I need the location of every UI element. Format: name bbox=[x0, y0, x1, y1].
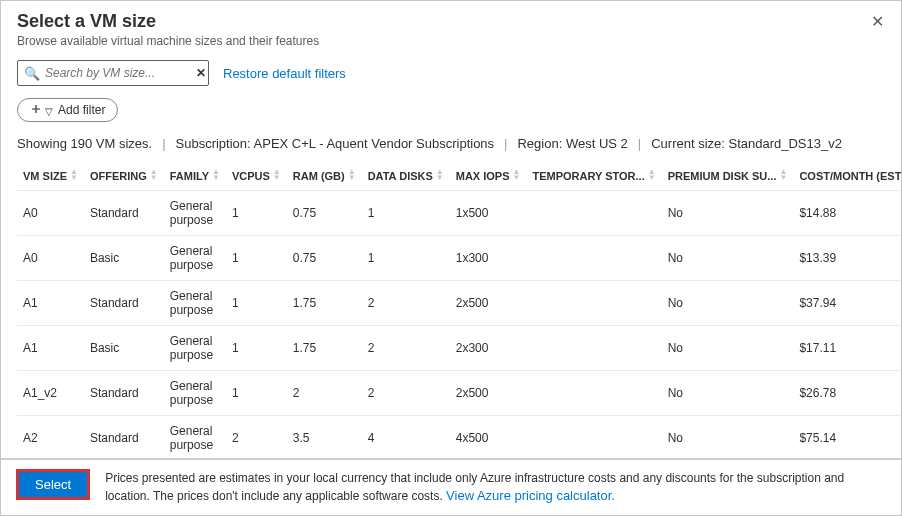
sort-icon: ▲▼ bbox=[513, 169, 521, 181]
cell-maxiops: 2x300 bbox=[450, 326, 527, 371]
region-info: Region: West US 2 bbox=[517, 136, 627, 151]
table-row[interactable]: A0BasicGeneral purpose10.7511x300No$13.3… bbox=[17, 236, 901, 281]
filter-row: ▽ Add filter bbox=[1, 90, 901, 130]
cell-offering: Standard bbox=[84, 416, 164, 461]
cell-datadisks: 4 bbox=[362, 416, 450, 461]
col-header-vcpus[interactable]: VCPUS▲▼ bbox=[226, 161, 287, 191]
footer: Select Prices presented are estimates in… bbox=[1, 458, 901, 515]
col-header-ram[interactable]: RAM (GB)▲▼ bbox=[287, 161, 362, 191]
cell-ram: 2 bbox=[287, 371, 362, 416]
cell-premium: No bbox=[662, 371, 794, 416]
table-container[interactable]: VM SIZE▲▼ OFFERING▲▼ FAMILY▲▼ VCPUS▲▼ RA… bbox=[1, 161, 901, 469]
pricing-calculator-link[interactable]: View Azure pricing calculator. bbox=[446, 488, 615, 503]
sort-icon: ▲▼ bbox=[212, 169, 220, 181]
cell-offering: Standard bbox=[84, 371, 164, 416]
cell-maxiops: 1x500 bbox=[450, 191, 527, 236]
cell-datadisks: 1 bbox=[362, 191, 450, 236]
cell-vmsize: A1 bbox=[17, 281, 84, 326]
select-button[interactable]: Select bbox=[17, 470, 89, 499]
cell-premium: No bbox=[662, 281, 794, 326]
separator: | bbox=[162, 136, 165, 151]
current-size-info: Current size: Standard_DS13_v2 bbox=[651, 136, 842, 151]
cell-datadisks: 2 bbox=[362, 326, 450, 371]
cell-maxiops: 1x300 bbox=[450, 236, 527, 281]
controls-row: 🔍 ✕ Restore default filters bbox=[1, 54, 901, 90]
add-filter-label: Add filter bbox=[58, 103, 105, 117]
col-header-vmsize[interactable]: VM SIZE▲▼ bbox=[17, 161, 84, 191]
cell-vcpus: 1 bbox=[226, 281, 287, 326]
cell-cost: $37.94 bbox=[793, 281, 901, 326]
cell-tempstor bbox=[526, 281, 661, 326]
close-icon: ✕ bbox=[871, 12, 884, 31]
cell-tempstor bbox=[526, 416, 661, 461]
cell-vmsize: A1_v2 bbox=[17, 371, 84, 416]
cell-family: General purpose bbox=[164, 236, 226, 281]
cell-tempstor bbox=[526, 191, 661, 236]
cell-vcpus: 1 bbox=[226, 191, 287, 236]
cell-offering: Basic bbox=[84, 236, 164, 281]
table-row[interactable]: A2StandardGeneral purpose23.544x500No$75… bbox=[17, 416, 901, 461]
sort-icon: ▲▼ bbox=[150, 169, 158, 181]
page-title: Select a VM size bbox=[17, 11, 885, 32]
sort-icon: ▲▼ bbox=[779, 169, 787, 181]
search-input[interactable] bbox=[45, 66, 196, 80]
col-header-cost[interactable]: COST/MONTH (ESTI...▲▼ bbox=[793, 161, 901, 191]
sort-icon: ▲▼ bbox=[273, 169, 281, 181]
cell-ram: 1.75 bbox=[287, 281, 362, 326]
col-header-premium[interactable]: PREMIUM DISK SU...▲▼ bbox=[662, 161, 794, 191]
cell-datadisks: 2 bbox=[362, 281, 450, 326]
cell-cost: $26.78 bbox=[793, 371, 901, 416]
cell-family: General purpose bbox=[164, 416, 226, 461]
table-header-row: VM SIZE▲▼ OFFERING▲▼ FAMILY▲▼ VCPUS▲▼ RA… bbox=[17, 161, 901, 191]
panel-header: Select a VM size Browse available virtua… bbox=[1, 1, 901, 54]
search-icon: 🔍 bbox=[24, 66, 40, 81]
cell-family: General purpose bbox=[164, 326, 226, 371]
vm-count: Showing 190 VM sizes. bbox=[17, 136, 152, 151]
cell-ram: 1.75 bbox=[287, 326, 362, 371]
cell-cost: $75.14 bbox=[793, 416, 901, 461]
cell-family: General purpose bbox=[164, 281, 226, 326]
cell-tempstor bbox=[526, 371, 661, 416]
table-row[interactable]: A1_v2StandardGeneral purpose1222x500No$2… bbox=[17, 371, 901, 416]
sort-icon: ▲▼ bbox=[348, 169, 356, 181]
cell-vmsize: A0 bbox=[17, 236, 84, 281]
separator: | bbox=[638, 136, 641, 151]
cell-ram: 0.75 bbox=[287, 191, 362, 236]
cell-offering: Standard bbox=[84, 281, 164, 326]
col-header-tempstor[interactable]: TEMPORARY STOR...▲▼ bbox=[526, 161, 661, 191]
cell-premium: No bbox=[662, 326, 794, 371]
col-header-family[interactable]: FAMILY▲▼ bbox=[164, 161, 226, 191]
cell-maxiops: 2x500 bbox=[450, 281, 527, 326]
cell-premium: No bbox=[662, 191, 794, 236]
close-button[interactable]: ✕ bbox=[867, 11, 887, 31]
cell-maxiops: 2x500 bbox=[450, 371, 527, 416]
restore-filters-link[interactable]: Restore default filters bbox=[223, 66, 346, 81]
cell-ram: 3.5 bbox=[287, 416, 362, 461]
table-row[interactable]: A0StandardGeneral purpose10.7511x500No$1… bbox=[17, 191, 901, 236]
info-row: Showing 190 VM sizes. | Subscription: AP… bbox=[1, 130, 901, 161]
clear-icon[interactable]: ✕ bbox=[196, 66, 206, 80]
cell-cost: $13.39 bbox=[793, 236, 901, 281]
col-header-datadisks[interactable]: DATA DISKS▲▼ bbox=[362, 161, 450, 191]
table-row[interactable]: A1BasicGeneral purpose11.7522x300No$17.1… bbox=[17, 326, 901, 371]
add-filter-button[interactable]: ▽ Add filter bbox=[17, 98, 118, 122]
sort-icon: ▲▼ bbox=[70, 169, 78, 181]
sort-icon: ▲▼ bbox=[648, 169, 656, 181]
cell-vmsize: A0 bbox=[17, 191, 84, 236]
col-header-maxiops[interactable]: MAX IOPS▲▼ bbox=[450, 161, 527, 191]
vm-size-table: VM SIZE▲▼ OFFERING▲▼ FAMILY▲▼ VCPUS▲▼ RA… bbox=[17, 161, 901, 469]
cell-offering: Standard bbox=[84, 191, 164, 236]
filter-icon: ▽ bbox=[30, 103, 53, 117]
table-row[interactable]: A1StandardGeneral purpose11.7522x500No$3… bbox=[17, 281, 901, 326]
cell-tempstor bbox=[526, 236, 661, 281]
search-box[interactable]: 🔍 ✕ bbox=[17, 60, 209, 86]
cell-premium: No bbox=[662, 236, 794, 281]
cell-vcpus: 2 bbox=[226, 416, 287, 461]
sort-icon: ▲▼ bbox=[436, 169, 444, 181]
cell-offering: Basic bbox=[84, 326, 164, 371]
cell-maxiops: 4x500 bbox=[450, 416, 527, 461]
subscription-info: Subscription: APEX C+L - Aquent Vendor S… bbox=[176, 136, 495, 151]
footer-disclaimer: Prices presented are estimates in your l… bbox=[105, 470, 885, 505]
col-header-offering[interactable]: OFFERING▲▼ bbox=[84, 161, 164, 191]
cell-vcpus: 1 bbox=[226, 236, 287, 281]
